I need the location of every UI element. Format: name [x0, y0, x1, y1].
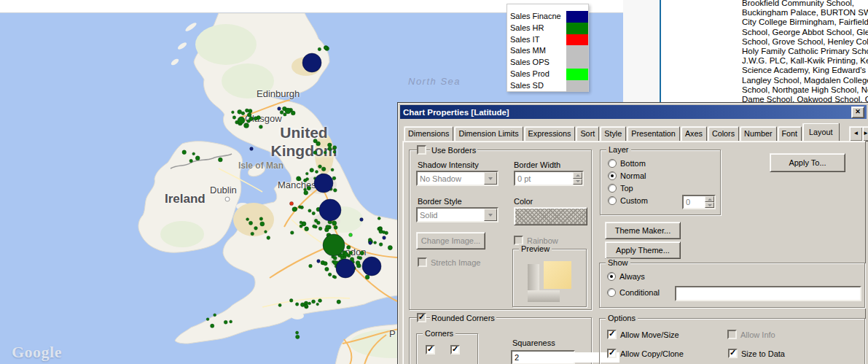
color-label: Color	[514, 197, 533, 206]
data-dot	[303, 179, 307, 182]
hebrides-island	[184, 21, 198, 32]
map-label-glasgow: Glasgow	[245, 113, 282, 124]
data-dot	[308, 209, 311, 212]
data-dot	[293, 208, 296, 211]
data-bubble	[319, 199, 341, 221]
corner-top-right-checkbox[interactable]: ✓	[450, 345, 460, 355]
chart-properties-dialog: Chart Properties [Latitude] ✕ Dimensions…	[397, 102, 868, 364]
tab-style[interactable]: Style	[600, 126, 626, 141]
legend-label: Sales SD	[507, 80, 566, 92]
data-dot	[325, 47, 329, 51]
data-dot	[245, 109, 249, 112]
data-dot	[214, 314, 216, 317]
data-dot	[326, 175, 329, 179]
tab-layout[interactable]: Layout	[802, 123, 839, 141]
data-dot	[293, 207, 297, 212]
color-picker-button	[514, 207, 587, 225]
legend-swatch	[566, 23, 588, 34]
data-dot	[332, 177, 336, 180]
legend-item[interactable]: Sales Finacne	[507, 11, 588, 23]
data-dot	[340, 262, 343, 266]
use-borders-checkbox[interactable]: Use Borders	[417, 145, 477, 155]
data-dot	[378, 226, 383, 231]
data-dot	[300, 221, 302, 224]
apply-theme-button[interactable]: Apply Theme...	[605, 241, 681, 259]
selected-schools-line: J.W.G. PLC, Kall-Kwik Printing, Kett	[742, 56, 868, 66]
layer-label: Layer	[606, 145, 631, 154]
layer-top-radio[interactable]: Top	[608, 184, 633, 193]
show-label: Show	[606, 258, 630, 267]
data-bubble	[302, 53, 321, 72]
data-dot	[347, 254, 350, 257]
data-dot	[382, 231, 385, 233]
map-label-united: United Kingdom	[260, 123, 348, 160]
app-screen: North SeaEdinburghGlasgowUnited KingdomI…	[0, 0, 868, 364]
data-dot	[206, 318, 209, 321]
data-dot	[289, 108, 292, 112]
layer-normal-radio[interactable]: Normal	[608, 171, 646, 180]
tab-sort[interactable]: Sort	[576, 126, 599, 141]
google-logo: Google	[12, 343, 62, 362]
legend-item[interactable]: Sales SD	[507, 80, 588, 92]
size-to-data-checkbox[interactable]: ✓ Size to Data	[728, 349, 785, 358]
data-dot	[337, 300, 340, 303]
data-dot-special	[360, 218, 364, 222]
selected-schools-panel: Brookfield Community School,Buckingham P…	[742, 0, 868, 104]
data-dot	[379, 230, 383, 233]
show-always-radio[interactable]: Always	[607, 272, 645, 281]
map-label-ireland: Ireland	[165, 192, 206, 206]
tab-scroll-right-icon[interactable]: ►	[862, 126, 868, 142]
layer-bottom-radio[interactable]: Bottom	[608, 159, 646, 168]
rounded-corners-checkbox[interactable]: ✓ Rounded Corners	[417, 313, 496, 322]
tab-axes[interactable]: Axes	[681, 126, 707, 141]
tab-font[interactable]: Font	[778, 126, 802, 141]
tab-dimension-limits[interactable]: Dimension Limits	[454, 126, 523, 141]
hebrides-island	[170, 58, 179, 66]
theme-maker-button[interactable]: Theme Maker...	[605, 222, 681, 239]
border-width-stepper: 0 pt	[514, 171, 584, 186]
legend-swatch	[566, 57, 588, 69]
close-icon[interactable]: ✕	[851, 107, 864, 118]
legend-item[interactable]: Sales HR	[507, 23, 588, 34]
selected-schools-line: Buckingham Palace, BURTON SWEE	[742, 8, 868, 18]
sales-legend: Sales FinacneSales HRSales ITSales MMSal…	[507, 4, 589, 92]
data-dot	[302, 222, 306, 226]
tab-dimensions[interactable]: Dimensions	[404, 126, 453, 141]
selected-schools-line: Langley School, Magdalen College	[742, 76, 868, 85]
data-dot	[332, 209, 335, 212]
data-dot	[304, 190, 308, 195]
data-dot	[312, 212, 315, 214]
allow-move-size-checkbox[interactable]: ✓ Allow Move/Size	[607, 330, 679, 339]
checkbox-box: ✓	[426, 345, 435, 355]
conditional-expression-input[interactable]	[676, 289, 860, 299]
data-dot	[291, 111, 295, 115]
legend-item[interactable]: Sales OPS	[507, 57, 588, 69]
allow-copy-clone-checkbox[interactable]: ✓ Allow Copy/Clone	[607, 349, 684, 358]
legend-label: Sales HR	[507, 23, 566, 34]
data-dot	[316, 207, 321, 212]
tab-colors[interactable]: Colors	[708, 126, 739, 141]
spin-up-icon	[573, 172, 582, 179]
legend-item[interactable]: Sales Prod	[507, 69, 588, 80]
tab-presentation[interactable]: Presentation	[627, 126, 680, 141]
data-dot	[344, 252, 348, 257]
data-dot	[336, 261, 340, 265]
dialog-titlebar[interactable]: Chart Properties [Latitude] ✕	[400, 105, 867, 119]
data-dot	[304, 188, 307, 191]
data-dot	[323, 178, 327, 182]
legend-item[interactable]: Sales MM	[507, 45, 588, 57]
data-dot	[333, 188, 337, 192]
tab-expressions[interactable]: Expressions	[524, 126, 576, 141]
legend-item[interactable]: Sales IT	[507, 34, 588, 46]
show-conditional-radio[interactable]: Conditional	[607, 288, 660, 297]
tab-scroll-left-icon[interactable]: ◄	[849, 126, 863, 142]
checkbox-box: ✓	[450, 345, 460, 355]
data-dot	[305, 304, 308, 308]
terrain-patch	[233, 203, 274, 236]
layer-custom-radio[interactable]: Custom	[608, 196, 648, 205]
apply-to-button[interactable]: Apply To...	[770, 153, 845, 172]
ireland-landmass	[138, 142, 243, 253]
data-dot	[345, 263, 348, 266]
tab-number[interactable]: Number	[740, 126, 776, 141]
corner-top-left-checkbox[interactable]: ✓	[426, 345, 435, 355]
